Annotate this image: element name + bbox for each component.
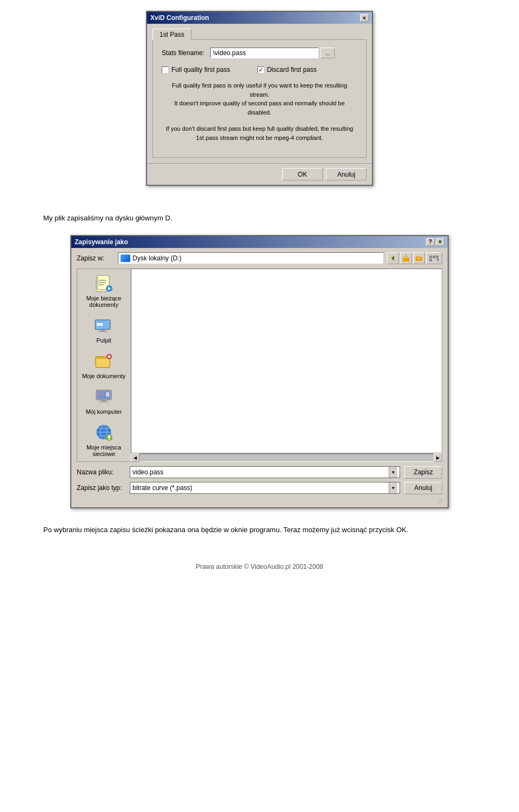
new-folder-icon: +	[415, 254, 423, 262]
xvid-main-area: Stats filename: ... Full quality first p…	[152, 39, 367, 158]
sidebar-item-mycomputer[interactable]: Mój komputer	[86, 387, 122, 415]
stats-row: Stats filename: ...	[162, 48, 357, 58]
save-sidebar: Moje bieżące dokumenty	[77, 269, 131, 462]
save-in-label: Zapisz w:	[77, 254, 115, 262]
xvid-content: 1st Pass Stats filename: ... Full qualit…	[147, 24, 372, 163]
file-pane-wrapper: ◀ ▶	[131, 269, 442, 462]
discard-label: Discard first pass	[267, 66, 317, 73]
filename-combo-arrow[interactable]: ▼	[389, 467, 397, 478]
sidebar-item-network[interactable]: Moje miejsca sieciowe	[79, 422, 128, 457]
sidebar-item-recent[interactable]: Moje bieżące dokumenty	[79, 273, 128, 308]
save-titlebar: Zapisywanie jako ? ×	[71, 236, 448, 248]
svg-rect-42	[109, 438, 110, 440]
my-docs-icon	[94, 351, 114, 371]
xvid-title-controls: ×	[360, 14, 369, 22]
filename-row: Nazwa pliku: video.pass ▼ Zapisz	[77, 466, 442, 479]
save-title: Zapisywanie jako	[75, 238, 128, 246]
my-computer-label: Mój komputer	[86, 408, 122, 415]
desktop-label: Pulpit	[96, 337, 111, 344]
save-help-btn[interactable]: ?	[426, 238, 435, 246]
my-docs-label: Moje dokumenty	[82, 373, 126, 379]
svg-marker-0	[391, 256, 394, 261]
stats-label: Stats filename:	[162, 49, 210, 57]
scroll-right-btn[interactable]: ▶	[434, 453, 442, 462]
svg-rect-6	[432, 256, 435, 258]
info-text-1: Full quality first pass is only useful i…	[162, 81, 357, 99]
xvid-title: XviD Configuration	[150, 14, 209, 22]
svg-rect-31	[101, 400, 107, 401]
filename-label: Nazwa pliku:	[77, 468, 125, 476]
save-close-btn[interactable]: ×	[436, 238, 444, 246]
svg-rect-22	[100, 323, 103, 326]
scroll-left-btn[interactable]: ◀	[131, 453, 139, 462]
svg-line-44	[440, 501, 442, 503]
info-text-block2: If you don't discard first pass but keep…	[162, 124, 357, 142]
svg-marker-2	[404, 255, 408, 257]
svg-rect-33	[106, 392, 109, 397]
scroll-track[interactable]	[139, 454, 434, 462]
tab-1st-pass[interactable]: 1st Pass	[152, 29, 191, 40]
filetype-label: Zapisz jako typ:	[77, 484, 125, 492]
filename-combo[interactable]: video.pass ▼	[130, 466, 400, 478]
network-label: Moje miejsca sieciowe	[79, 444, 128, 457]
svg-marker-9	[437, 259, 439, 261]
save-btn[interactable]: Zapisz	[404, 466, 442, 479]
paragraph1: My plik zapisaliśmy na dysku głównym D.	[43, 213, 476, 224]
full-quality-label: Full quality first pass	[171, 66, 230, 73]
svg-rect-5	[429, 256, 432, 258]
info-text-block: Full quality first pass is only useful i…	[162, 81, 357, 117]
info-text-3: If you don't discard first pass but keep…	[162, 124, 357, 142]
save-location-select[interactable]: Dysk lokalny (D:)	[118, 252, 384, 264]
save-file-area[interactable]	[131, 269, 442, 453]
svg-rect-19	[101, 330, 105, 331]
save-cancel-btn[interactable]: Anuluj	[404, 482, 442, 494]
ok-btn[interactable]: OK	[282, 168, 323, 180]
back-btn[interactable]	[387, 252, 399, 264]
discard-checkbox[interactable]: ✓	[257, 66, 264, 73]
view-options-btn[interactable]	[426, 252, 442, 264]
xvid-titlebar: XviD Configuration ×	[147, 12, 372, 24]
stats-browse-btn[interactable]: ...	[321, 48, 335, 58]
network-icon	[94, 422, 114, 442]
footer: Prawa autorskie © VideoAudio.pl 2001-200…	[196, 563, 323, 571]
my-computer-icon	[94, 387, 114, 406]
filetype-value: bitrate curve (*.pass)	[132, 484, 192, 492]
svg-text:+: +	[418, 256, 421, 261]
checkbox-full-quality: Full quality first pass	[162, 66, 230, 73]
save-toolbar: Zapisz w: Dysk lokalny (D:)	[77, 252, 442, 264]
xvid-tab-bar: 1st Pass	[152, 28, 367, 39]
up-folder-icon	[402, 254, 410, 262]
paragraph2: Po wybraniu miejsca zapisu ścieżki pokaz…	[43, 525, 476, 536]
horizontal-scrollbar[interactable]: ◀ ▶	[131, 453, 442, 462]
xvid-close-btn[interactable]: ×	[360, 14, 369, 22]
svg-rect-20	[98, 331, 107, 332]
filetype-combo-arrow[interactable]: ▼	[389, 482, 397, 493]
filetype-combo[interactable]: bitrate curve (*.pass) ▼	[130, 482, 400, 494]
sidebar-item-mydocs[interactable]: Moje dokumenty	[82, 351, 126, 379]
toolbar-btns: +	[387, 252, 442, 264]
svg-rect-34	[98, 392, 104, 397]
xvid-footer: OK Anuluj	[147, 163, 372, 185]
location-drive-icon	[121, 254, 130, 262]
xvid-dialog: XviD Configuration × 1st Pass Stats file…	[146, 11, 373, 186]
filename-value: video.pass	[132, 468, 163, 476]
sidebar-item-desktop[interactable]: Pulpit	[94, 316, 114, 344]
checkbox-group: Full quality first pass ✓ Discard first …	[162, 66, 357, 73]
svg-rect-14	[98, 284, 104, 285]
svg-rect-12	[98, 280, 106, 281]
recent-docs-label: Moje bieżące dokumenty	[79, 295, 128, 308]
checkbox-discard: ✓ Discard first pass	[257, 66, 317, 73]
svg-rect-25	[96, 358, 110, 367]
svg-rect-1	[403, 258, 409, 261]
save-dialog: Zapisywanie jako ? × Zapisz w: Dysk loka…	[70, 235, 449, 508]
svg-rect-21	[97, 323, 99, 326]
page-wrapper: XviD Configuration × 1st Pass Stats file…	[0, 0, 519, 587]
save-body: Moje bieżące dokumenty	[77, 269, 442, 462]
svg-line-43	[438, 499, 442, 503]
up-folder-btn[interactable]	[400, 252, 412, 264]
new-folder-btn[interactable]: +	[413, 252, 425, 264]
cancel-btn[interactable]: Anuluj	[326, 168, 367, 180]
recent-docs-icon	[94, 273, 114, 293]
stats-filename-input[interactable]	[210, 48, 318, 58]
full-quality-checkbox[interactable]	[162, 66, 169, 73]
